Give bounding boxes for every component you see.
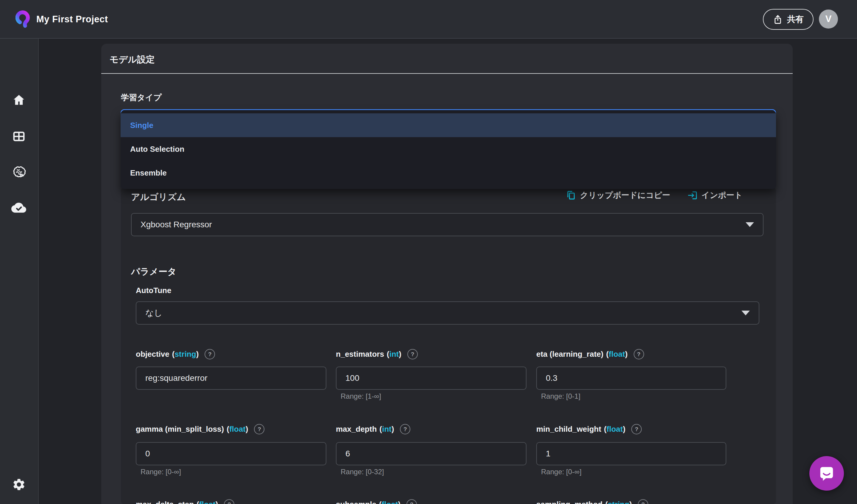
user-avatar[interactable]: V	[819, 10, 838, 29]
param-label-sampling-method: sampling_method(string) ?	[536, 499, 648, 504]
copy-label: クリップボードにコピー	[580, 190, 670, 201]
help-icon[interactable]: ?	[205, 349, 215, 360]
autotune-label: AutoTune	[136, 286, 171, 295]
chevron-down-icon	[746, 222, 754, 227]
algorithm-selected-value: Xgboost Regressor	[140, 220, 212, 229]
learning-type-menu: Single Auto Selection Ensemble	[121, 111, 776, 189]
param-input-gamma[interactable]: 0	[136, 442, 326, 465]
param-label-max-depth: max_depth(int) ?	[336, 424, 410, 434]
learning-type-select[interactable]: Single Auto Selection Ensemble	[121, 109, 776, 190]
autotune-select[interactable]: なし	[136, 301, 759, 325]
table-icon	[12, 129, 26, 143]
param-input-eta[interactable]: 0.3	[536, 367, 726, 390]
chat-launcher-button[interactable]	[809, 456, 844, 491]
sidebar-item-models[interactable]	[0, 158, 37, 186]
share-label: 共有	[787, 14, 804, 25]
app-logo	[16, 9, 32, 29]
param-label-eta: eta (learning_rate)(float) ?	[536, 349, 644, 360]
home-icon	[12, 93, 26, 107]
param-range-max-depth: Range: [0-32]	[341, 468, 384, 476]
brain-icon	[12, 165, 26, 179]
card-title: モデル設定	[110, 54, 155, 66]
sidebar-item-deploy[interactable]	[0, 193, 37, 222]
param-input-min-child-weight[interactable]: 1	[536, 442, 726, 465]
parameters-heading: パラメータ	[131, 266, 177, 278]
param-range-n-estimators: Range: [1-∞]	[341, 392, 381, 400]
param-range-gamma: Range: [0-∞]	[140, 468, 181, 476]
import-button[interactable]: インポート	[687, 190, 743, 201]
help-icon[interactable]: ?	[634, 349, 644, 360]
import-label: インポート	[702, 190, 743, 201]
sidebar-item-settings[interactable]	[0, 470, 37, 499]
card-divider	[101, 73, 793, 74]
learning-type-label: 学習タイプ	[121, 92, 162, 103]
param-input-max-depth[interactable]: 6	[336, 442, 526, 465]
chevron-down-icon	[741, 311, 750, 315]
share-button[interactable]: 共有	[763, 9, 813, 30]
copy-to-clipboard-button[interactable]: クリップボードにコピー	[566, 190, 670, 201]
param-label-n-estimators: n_estimators(int) ?	[336, 349, 418, 360]
param-label-min-child-weight: min_child_weight(float) ?	[536, 424, 642, 434]
gear-icon	[12, 477, 26, 491]
sidebar-item-tables[interactable]	[0, 122, 37, 151]
menu-option-single[interactable]: Single	[121, 114, 776, 137]
param-label-gamma: gamma (min_split_loss)(float) ?	[136, 424, 265, 434]
cloud-check-icon	[11, 200, 26, 215]
sidebar-item-home[interactable]	[0, 86, 37, 114]
algorithm-heading: アルゴリズム	[131, 191, 186, 203]
help-icon[interactable]: ?	[254, 424, 265, 434]
algorithm-select[interactable]: Xgboost Regressor	[131, 213, 763, 236]
param-label-max-delta-step: max_delta_step(float) ?	[136, 499, 234, 504]
help-icon[interactable]: ?	[224, 499, 234, 504]
help-icon[interactable]: ?	[631, 424, 642, 434]
param-input-objective[interactable]: reg:squarederror	[136, 367, 326, 390]
share-icon	[773, 14, 783, 24]
param-range-eta: Range: [0-1]	[541, 392, 581, 400]
chat-bubble-icon	[818, 465, 836, 482]
help-icon[interactable]: ?	[407, 349, 418, 360]
copy-icon	[566, 190, 576, 201]
help-icon[interactable]: ?	[638, 499, 648, 504]
sidebar	[0, 38, 39, 504]
menu-option-ensemble[interactable]: Ensemble	[121, 161, 776, 185]
autotune-selected-value: なし	[145, 307, 162, 319]
param-label-objective: objective(string) ?	[136, 349, 215, 360]
param-label-subsample: subsample(float) ?	[336, 499, 417, 504]
help-icon[interactable]: ?	[406, 499, 417, 504]
menu-option-auto-selection[interactable]: Auto Selection	[121, 137, 776, 161]
top-bar: My First Project 共有 V	[0, 0, 857, 39]
import-icon	[687, 190, 698, 201]
avatar-initial: V	[825, 14, 832, 24]
project-title: My First Project	[36, 14, 108, 25]
help-icon[interactable]: ?	[400, 424, 410, 434]
param-input-n-estimators[interactable]: 100	[336, 367, 526, 390]
param-range-min-child-weight: Range: [0-∞]	[541, 468, 582, 476]
